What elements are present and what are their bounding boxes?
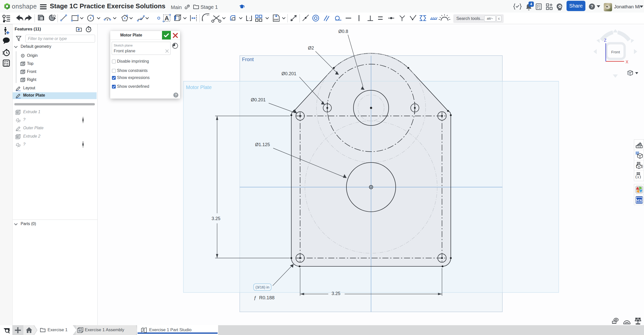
svg-text:Front: Front <box>242 57 254 62</box>
svg-text:ƒ: ƒ <box>254 295 257 300</box>
svg-text:A: A <box>165 15 169 22</box>
svg-text:Ø0.8: Ø0.8 <box>338 29 348 34</box>
svg-text:3.25: 3.25 <box>332 291 340 296</box>
svg-text:Ø0.201: Ø0.201 <box>281 71 296 76</box>
svg-text:?: ? <box>591 4 593 9</box>
svg-text:3.25: 3.25 <box>212 216 220 221</box>
svg-text:R0.188: R0.188 <box>259 295 274 300</box>
svg-text:Ø2: Ø2 <box>308 46 314 51</box>
svg-text:(: ( <box>635 174 637 179</box>
svg-text:MK: MK <box>636 198 642 202</box>
svg-text:x: x <box>637 175 639 179</box>
svg-text:Z: Z <box>604 38 607 43</box>
svg-text:{: { <box>635 164 637 169</box>
svg-text:}: } <box>641 164 643 169</box>
svg-text:X: X <box>626 60 628 64</box>
svg-text:(3/16) in: (3/16) in <box>255 285 269 289</box>
svg-text:Ø0.201: Ø0.201 <box>251 97 266 102</box>
svg-text:Ø1.125: Ø1.125 <box>255 142 270 147</box>
svg-text:): ) <box>639 174 641 179</box>
svg-text:Motor Plate: Motor Plate <box>186 85 212 90</box>
svg-text:DXF: DXF <box>274 18 279 21</box>
